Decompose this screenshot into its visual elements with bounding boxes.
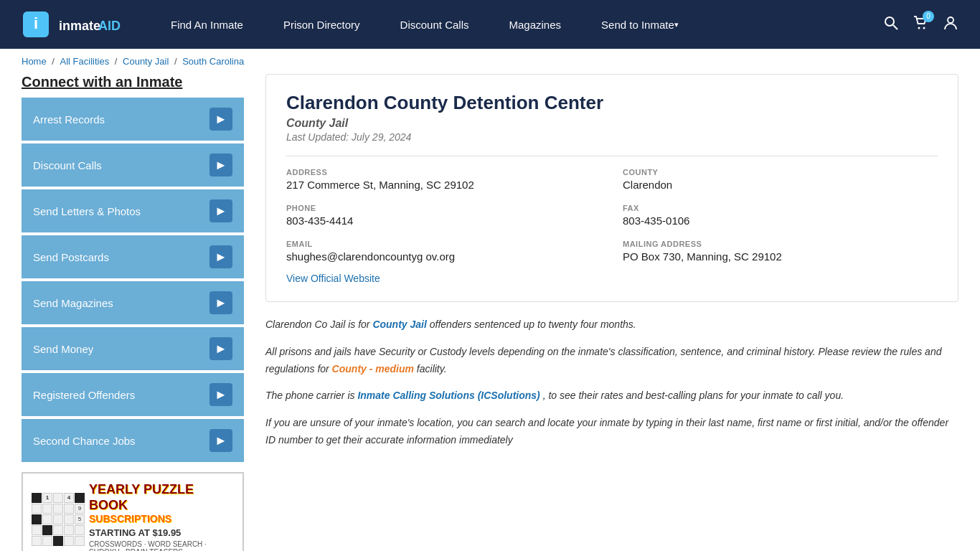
main-nav: Find An Inmate Prison Directory Discount… (151, 0, 884, 49)
sidebar-title: Connect with an Inmate (22, 74, 244, 90)
svg-text:i: i (34, 14, 38, 32)
sidebar-registered-offenders[interactable]: Registered Offenders ► (22, 373, 244, 416)
county-field: COUNTY Clarendon (623, 168, 938, 191)
svg-point-7 (923, 27, 925, 29)
svg-text:AID: AID (98, 19, 121, 33)
sidebar-send-postcards[interactable]: Send Postcards ► (22, 235, 244, 278)
arrow-icon: ► (209, 108, 232, 131)
facility-info-grid: ADDRESS 217 Commerce St, Manning, SC 291… (286, 156, 938, 263)
county-medium-link[interactable]: County - medium (332, 363, 414, 375)
arrow-icon: ► (209, 199, 232, 222)
nav-send-to-inmate[interactable]: Send to Inmate (581, 0, 699, 49)
facility-description: Clarendon Co Jail is for County Jail off… (265, 316, 958, 449)
breadcrumb: Home / All Facilities / County Jail / So… (0, 49, 980, 74)
phone-label: PHONE (286, 204, 601, 212)
breadcrumb-home[interactable]: Home (22, 56, 47, 67)
phone-field: PHONE 803-435-4414 (286, 204, 601, 227)
email-value: shughes@clarendoncountyg ov.org (286, 250, 601, 263)
sidebar-send-money[interactable]: Send Money ► (22, 327, 244, 370)
email-label: EMAIL (286, 240, 601, 248)
county-label: COUNTY (623, 168, 938, 176)
breadcrumb-all-facilities[interactable]: All Facilities (60, 56, 110, 67)
facility-type: County Jail (286, 117, 938, 130)
view-website-link[interactable]: View Official Website (286, 273, 380, 284)
phone-value: 803-435-4414 (286, 215, 601, 227)
description-para3: The phone carrier is Inmate Calling Solu… (265, 387, 958, 405)
address-value: 217 Commerce St, Manning, SC 29102 (286, 179, 601, 191)
ad-price: STARTING AT $19.95 (89, 527, 234, 538)
facility-name: Clarendon County Detention Center (286, 92, 938, 114)
ics-link[interactable]: Inmate Calling Solutions (ICSolutions) (357, 390, 540, 401)
email-field: EMAIL shughes@clarendoncountyg ov.org (286, 240, 601, 263)
facility-card: Clarendon County Detention Center County… (265, 74, 958, 302)
main-layout: Connect with an Inmate Arrest Records ► … (0, 74, 980, 551)
header-icons: 0 (884, 15, 958, 34)
nav-prison-directory[interactable]: Prison Directory (263, 0, 380, 49)
ad-desc: CROSSWORDS · WORD SEARCH · SUDOKU · BRAI… (89, 540, 234, 551)
address-label: ADDRESS (286, 168, 601, 176)
cart-icon[interactable]: 0 (913, 15, 928, 34)
county-jail-link[interactable]: County Jail (372, 319, 426, 330)
sidebar-discount-calls[interactable]: Discount Calls ► (22, 143, 244, 187)
svg-point-8 (948, 17, 953, 23)
svg-text:inmate: inmate (59, 19, 100, 33)
mailing-field: MAILING ADDRESS PO Box 730, Manning, SC … (623, 240, 938, 263)
mailing-value: PO Box 730, Manning, SC 29102 (623, 250, 938, 263)
user-icon[interactable] (943, 15, 958, 34)
svg-line-5 (893, 25, 897, 29)
arrow-icon: ► (209, 291, 232, 314)
logo[interactable]: i inmate AID (22, 9, 122, 40)
nav-discount-calls[interactable]: Discount Calls (380, 0, 489, 49)
header: i inmate AID Find An Inmate Prison Direc… (0, 0, 980, 49)
svg-point-6 (918, 27, 920, 29)
arrow-icon: ► (209, 245, 232, 268)
mailing-label: MAILING ADDRESS (623, 240, 938, 248)
ad-subtitle: SUBSCRIPTIONS (89, 513, 234, 524)
description-para4: If you are unsure of your inmate's locat… (265, 415, 958, 449)
ad-puzzle-box[interactable]: 1 4 9 5 (22, 472, 244, 551)
sidebar: Connect with an Inmate Arrest Records ► … (22, 74, 244, 551)
county-value: Clarendon (623, 179, 938, 191)
fax-field: FAX 803-435-0106 (623, 204, 938, 227)
sidebar-send-letters[interactable]: Send Letters & Photos ► (22, 189, 244, 232)
address-field: ADDRESS 217 Commerce St, Manning, SC 291… (286, 168, 601, 191)
breadcrumb-south-carolina[interactable]: South Carolina (182, 56, 244, 67)
arrow-icon: ► (209, 337, 232, 360)
main-content: Clarendon County Detention Center County… (265, 74, 958, 551)
sidebar-second-chance-jobs[interactable]: Second Chance Jobs ► (22, 419, 244, 462)
sidebar-arrest-records[interactable]: Arrest Records ► (22, 98, 244, 141)
facility-updated: Last Updated: July 29, 2024 (286, 131, 938, 143)
description-para2: All prisons and jails have Security or C… (265, 344, 958, 378)
arrow-icon: ► (209, 429, 232, 452)
fax-value: 803-435-0106 (623, 215, 938, 227)
nav-magazines[interactable]: Magazines (489, 0, 581, 49)
ad-title: YEARLY PUZZLE BOOK (89, 482, 234, 513)
description-para1: Clarendon Co Jail is for County Jail off… (265, 316, 958, 334)
search-icon[interactable] (884, 16, 898, 34)
fax-label: FAX (623, 204, 938, 212)
arrow-icon: ► (209, 154, 232, 176)
sidebar-send-magazines[interactable]: Send Magazines ► (22, 281, 244, 324)
sidebar-ad[interactable]: 1 4 9 5 (22, 472, 244, 551)
cart-badge: 0 (923, 11, 934, 22)
arrow-icon: ► (209, 383, 232, 406)
breadcrumb-county-jail[interactable]: County Jail (123, 56, 169, 67)
svg-point-4 (885, 17, 894, 26)
nav-find-inmate[interactable]: Find An Inmate (151, 0, 263, 49)
